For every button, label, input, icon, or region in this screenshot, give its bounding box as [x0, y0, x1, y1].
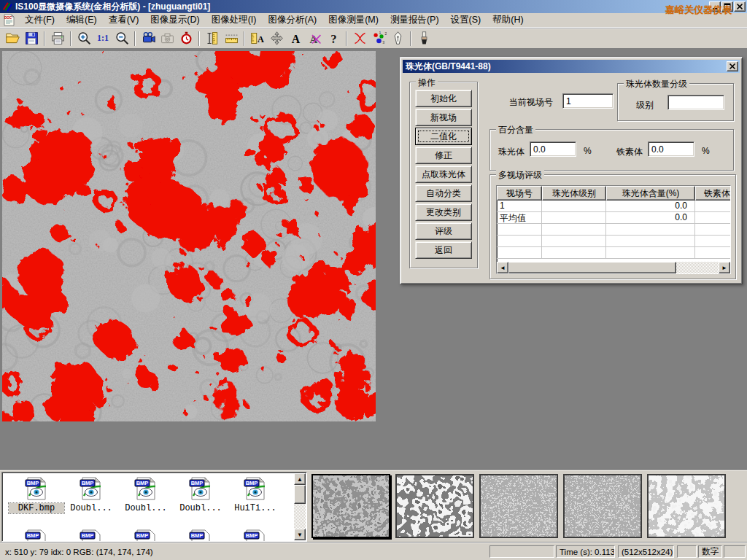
col-pearlite-grade[interactable]: 珠光体级别	[542, 186, 606, 201]
bmp-file-icon[interactable]: BMP	[187, 529, 212, 542]
window-title: IS100显微摄像系统(金相分析版) - [zhuguangti01]	[15, 1, 210, 13]
bmp-file-icon[interactable]: BMP	[242, 477, 267, 500]
menu-settings[interactable]: 设置(S)	[445, 12, 487, 28]
status-position: x: 510 y: 79 idx: 0 RGB: (174, 174, 174)	[1, 545, 488, 558]
text-icon[interactable]: A	[286, 30, 305, 47]
menu-image-processing[interactable]: 图像处理(I)	[206, 12, 263, 28]
operations-group-label: 操作	[416, 77, 438, 89]
cell-ferrite	[695, 212, 731, 223]
auto-classify-button[interactable]: 自动分类	[415, 184, 472, 202]
metallograph-image[interactable]	[2, 51, 376, 421]
col-ferrite[interactable]: 铁素体	[695, 186, 731, 201]
svg-text:?: ?	[330, 32, 336, 46]
file-name[interactable]: Doubl...	[173, 503, 228, 513]
svg-text:BMP: BMP	[136, 532, 149, 539]
menu-edit[interactable]: 编辑(E)	[61, 12, 103, 28]
bmp-file-icon[interactable]: BMP	[187, 477, 212, 500]
pearlite-input[interactable]	[530, 141, 576, 157]
bmp-file-icon[interactable]: BMP	[23, 529, 48, 542]
delete-curve-icon[interactable]	[350, 30, 369, 47]
bmp-file-icon[interactable]: BMP	[133, 529, 158, 542]
bmp-file-icon[interactable]: BMP	[133, 477, 158, 500]
change-class-button[interactable]: 更改类别	[415, 203, 472, 221]
help-icon[interactable]: ?	[324, 30, 343, 47]
scroll-up-button[interactable]: ▲	[294, 473, 306, 485]
current-field-input[interactable]	[562, 93, 614, 109]
thumbnail-selected[interactable]	[311, 474, 390, 538]
measure-text-icon[interactable]: A	[248, 30, 267, 47]
file-name[interactable]: Doubl...	[63, 503, 119, 513]
file-name[interactable]: Doubl...	[118, 503, 174, 513]
svg-text:BMP: BMP	[246, 480, 258, 486]
bmp-file-icon[interactable]: BMP	[78, 529, 103, 542]
thumbnail[interactable]	[479, 474, 558, 538]
bmp-file-icon[interactable]: BMP	[242, 529, 267, 542]
new-field-button[interactable]: 新视场	[415, 109, 472, 126]
file-list[interactable]: BMP BMP BMP BMP BMP DKF.bmp Doubl... Dou…	[1, 472, 307, 542]
close-button[interactable]	[734, 1, 746, 12]
scrollbar-thumb[interactable]	[508, 262, 676, 273]
svg-text:BMP: BMP	[191, 532, 204, 539]
pick-pearlite-button[interactable]: 点取珠光体	[415, 166, 472, 183]
scroll-down-button[interactable]: ▼	[294, 529, 306, 540]
title-bar[interactable]: IS100显微摄像系统(金相分析版) - [zhuguangti01]	[0, 0, 747, 13]
svg-text:BMP: BMP	[136, 480, 149, 486]
thumbnail[interactable]	[563, 474, 642, 538]
zoom-in-icon[interactable]	[74, 30, 93, 47]
table-horizontal-scrollbar[interactable]: ◄ ►	[497, 262, 730, 273]
cell-content: 0.0	[606, 201, 695, 211]
menu-image-analysis[interactable]: 图像分析(A)	[262, 12, 322, 28]
save-icon[interactable]	[22, 30, 41, 47]
delete-text-icon[interactable]: A	[305, 30, 324, 47]
menu-file[interactable]: 文件(F)	[19, 12, 61, 28]
file-list-scrollbar[interactable]: ▲ ▼	[294, 473, 306, 540]
correct-button[interactable]: 修正	[415, 147, 472, 164]
zoom-out-icon[interactable]	[112, 30, 131, 47]
thumbnail[interactable]	[647, 474, 726, 538]
classify-dots-icon[interactable]: 123	[369, 30, 388, 47]
binarize-button[interactable]: 二值化	[415, 128, 472, 145]
document-icon[interactable]: DOC	[3, 14, 15, 26]
grade-input[interactable]	[667, 95, 724, 110]
table-row[interactable]: 1 0.0	[497, 201, 730, 212]
menu-view[interactable]: 查看(V)	[103, 12, 145, 28]
scroll-left-button[interactable]: ◄	[497, 262, 508, 273]
print-icon[interactable]	[48, 30, 67, 47]
stopwatch-icon[interactable]	[177, 30, 196, 47]
rate-button[interactable]: 评级	[415, 222, 472, 240]
pen-icon[interactable]	[388, 30, 407, 47]
menu-image-display[interactable]: 图像显示(D)	[144, 12, 205, 28]
move-icon[interactable]	[267, 30, 286, 47]
return-button[interactable]: 返回	[415, 241, 472, 259]
open-file-icon[interactable]	[3, 30, 22, 47]
initialize-button[interactable]: 初始化	[415, 90, 472, 107]
vendor-watermark: 嘉峪关仪器仪表	[665, 4, 732, 17]
menu-measure-report[interactable]: 测量报告(P)	[384, 12, 445, 28]
scrollbar-thumb[interactable]	[294, 485, 306, 504]
file-name[interactable]: HuiTi...	[228, 503, 283, 513]
still-camera-icon[interactable]	[158, 30, 177, 47]
video-camera-icon[interactable]	[139, 30, 158, 47]
ferrite-input[interactable]	[648, 141, 694, 157]
bmp-file-icon[interactable]: BMP	[23, 477, 48, 500]
col-pearlite-content[interactable]: 珠光体含量(%)	[606, 186, 695, 201]
caliper-icon[interactable]	[203, 30, 222, 47]
pearlite-dialog[interactable]: 珠光体(GB/T9441-88) 操作 初始化 新视场 二值化 修正 点取珠光体…	[400, 57, 743, 284]
thumbnail[interactable]	[395, 474, 474, 538]
bmp-file-icon[interactable]: BMP	[78, 477, 103, 500]
grade-label: 级别	[636, 99, 654, 112]
table-row[interactable]: 平均值 0.0	[497, 212, 730, 224]
dialog-title-bar[interactable]: 珠光体(GB/T9441-88)	[403, 60, 740, 73]
dialog-close-button[interactable]	[727, 61, 738, 71]
rating-table[interactable]: 视场号 珠光体级别 珠光体含量(%) 铁素体 1 0.0 平均值	[496, 185, 731, 274]
menu-image-measure[interactable]: 图像测量(M)	[322, 12, 384, 28]
ruler-icon[interactable]	[222, 30, 241, 47]
file-name-selected[interactable]: DKF.bmp	[9, 503, 64, 513]
menu-help[interactable]: 帮助(H)	[487, 12, 529, 28]
svg-text:A: A	[258, 34, 264, 44]
col-field-number[interactable]: 视场号	[497, 186, 542, 201]
brush-icon[interactable]	[414, 30, 433, 47]
actual-size-icon[interactable]: 1:1	[93, 30, 112, 47]
toolbar-separator	[410, 31, 411, 46]
scroll-right-button[interactable]: ►	[719, 262, 730, 273]
